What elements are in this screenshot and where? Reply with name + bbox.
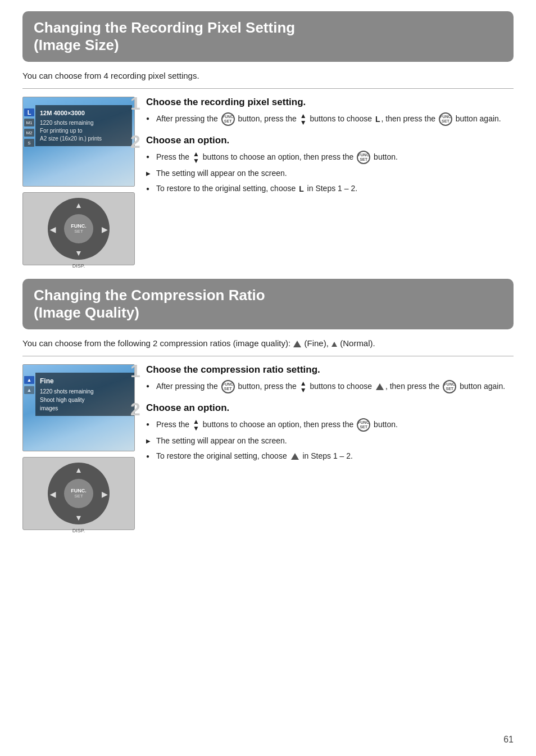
arrow-left[interactable]: ◀ — [50, 224, 56, 234]
func-btn-icon3: FUNCSET — [357, 151, 370, 164]
step2-bullet3: To restore to the original setting, choo… — [146, 183, 514, 195]
screen-shots-info: 1220 shots remainingFor printing up toA2… — [40, 119, 128, 143]
func-btn-icon5: FUNCSET — [443, 380, 456, 393]
section2-step-area: ▲ ▲ Fine 1220 shots remainingShoot high … — [22, 364, 514, 530]
section2-step1: 1 Choose the compression ratio setting. … — [146, 364, 514, 393]
sec2-step2-bullet1: Press the ▲▼ buttons to choose an option… — [146, 418, 514, 432]
section1-screen: L M1 M2 S 12M 4000×3000 1220 shots remai… — [22, 97, 135, 187]
m2-icon: M2 — [24, 129, 34, 137]
page-number: 61 — [503, 735, 514, 745]
screen-resolution: 12M 4000×3000 — [40, 108, 128, 118]
section2-steps: 1 Choose the compression ratio setting. … — [146, 364, 514, 530]
m1-icon: M1 — [24, 119, 34, 126]
av-arrows4: ▲▼ — [193, 418, 199, 432]
disp-label2: DISP. — [72, 528, 85, 533]
section2-step2: 2 Choose an option. Press the ▲▼ buttons… — [146, 402, 514, 462]
func-set-button2[interactable]: ▲ ▼ ◀ ▶ FUNC. SET DISP. — [48, 463, 110, 524]
step2-number: 2 — [130, 133, 140, 151]
section1-intro: You can choose from 4 recording pixel se… — [22, 71, 514, 80]
sec2-step2-bullet3: To restore the original setting, choose … — [146, 450, 514, 462]
sec2-step2-bullets: Press the ▲▼ buttons to choose an option… — [146, 418, 514, 462]
screen2-shots: 1220 shots remainingShoot high qualityim… — [40, 387, 130, 413]
fire-icon2: ▲ — [24, 386, 34, 394]
section1-steps: 1 Choose the recording pixel setting. Af… — [146, 97, 514, 265]
section2-title: Changing the Compression Ratio (Image Qu… — [34, 287, 502, 322]
step2-bullet2: The setting will appear on the screen. — [146, 168, 514, 179]
section1-title: Changing the Recording Pixel Setting (Im… — [34, 19, 502, 54]
func-set-inner[interactable]: FUNC. SET — [64, 214, 93, 243]
sec2-step2-title: Choose an option. — [146, 402, 514, 414]
section2-camera-control: ▲ ▼ ◀ ▶ FUNC. SET DISP. — [22, 457, 135, 530]
sec2-step1-bullets: After pressing the FUNCSET button, press… — [146, 380, 514, 393]
disp-label: DISP. — [72, 263, 85, 269]
func-set-inner2[interactable]: FUNC. SET — [64, 479, 93, 508]
step1-number: 1 — [130, 94, 140, 112]
section1-step2: 2 Choose an option. Press the ▲▼ buttons… — [146, 135, 514, 195]
av-arrows1: ▲▼ — [300, 112, 307, 126]
arrow-right[interactable]: ▶ — [102, 224, 107, 234]
func-btn-icon1: FUNCSET — [221, 112, 235, 126]
screen-overlay: L M1 M2 S 12M 4000×3000 1220 shots remai… — [23, 97, 134, 186]
screen-left-icons: L M1 M2 S — [24, 97, 34, 186]
section2-images: ▲ ▲ Fine 1220 shots remainingShoot high … — [22, 364, 135, 530]
fine-icon-step — [376, 383, 384, 390]
section1-step-area: L M1 M2 S 12M 4000×3000 1220 shots remai… — [22, 97, 514, 265]
fire-icon-sel: ▲ — [24, 376, 34, 384]
screen2-left-icons: ▲ ▲ — [24, 365, 34, 451]
step1-bullet1: After pressing the FUNCSET button, press… — [146, 112, 514, 126]
arrow-left2[interactable]: ◀ — [50, 489, 56, 499]
l-icon1: L — [375, 114, 380, 125]
screen-info: 12M 4000×3000 1220 shots remainingFor pr… — [35, 105, 132, 146]
arrow-down[interactable]: ▼ — [75, 248, 83, 257]
step2-bullet1: Press the ▲▼ buttons to choose an option… — [146, 151, 514, 164]
l-icon: L — [24, 108, 34, 116]
sec2-step1-title: Choose the compression ratio setting. — [146, 364, 514, 375]
func-btn-icon2: FUNCSET — [439, 112, 452, 126]
fine-label: Fine — [40, 376, 130, 386]
section1-header: Changing the Recording Pixel Setting (Im… — [22, 11, 514, 62]
fine-icon-restore — [291, 453, 299, 460]
divider1 — [22, 88, 514, 89]
section1-images: L M1 M2 S 12M 4000×3000 1220 shots remai… — [22, 97, 135, 265]
sec2-step1-number: 1 — [130, 362, 140, 380]
sec2-step2-bullet2: The setting will appear on the screen. — [146, 435, 514, 447]
section1-camera-control: ▲ ▼ ◀ ▶ FUNC. SET DISP. — [22, 192, 135, 265]
func-set-button[interactable]: ▲ ▼ ◀ ▶ FUNC. SET DISP. — [48, 198, 110, 260]
av-arrows2: ▲▼ — [193, 151, 199, 164]
section1-step1: 1 Choose the recording pixel setting. Af… — [146, 97, 514, 126]
step1-title: Choose the recording pixel setting. — [146, 97, 514, 108]
step1-bullets: After pressing the FUNCSET button, press… — [146, 112, 514, 126]
l-icon2: L — [299, 183, 304, 195]
func-btn-icon6: FUNCSET — [357, 418, 370, 432]
arrow-right2[interactable]: ▶ — [102, 489, 107, 499]
arrow-up2[interactable]: ▲ — [75, 465, 83, 474]
sec2-step2-number: 2 — [130, 400, 140, 418]
normal-icon-intro — [331, 342, 337, 347]
arrow-down2[interactable]: ▼ — [75, 513, 83, 522]
func-btn-icon4: FUNCSET — [221, 380, 235, 393]
step2-title: Choose an option. — [146, 135, 514, 146]
step2-bullets: Press the ▲▼ buttons to choose an option… — [146, 151, 514, 195]
s-icon: S — [24, 139, 34, 147]
section2-header: Changing the Compression Ratio (Image Qu… — [22, 279, 514, 329]
av-arrows3: ▲▼ — [300, 380, 307, 393]
section2-intro: You can choose from the following 2 comp… — [22, 338, 514, 348]
divider2 — [22, 356, 514, 356]
screen2-overlay: ▲ ▲ Fine 1220 shots remainingShoot high … — [23, 365, 134, 451]
arrow-up[interactable]: ▲ — [75, 200, 83, 210]
screen2-info-box: Fine 1220 shots remainingShoot high qual… — [35, 373, 134, 416]
sec2-step1-bullet1: After pressing the FUNCSET button, press… — [146, 380, 514, 393]
section2-screen: ▲ ▲ Fine 1220 shots remainingShoot high … — [22, 364, 135, 451]
fine-icon-intro — [293, 341, 301, 347]
